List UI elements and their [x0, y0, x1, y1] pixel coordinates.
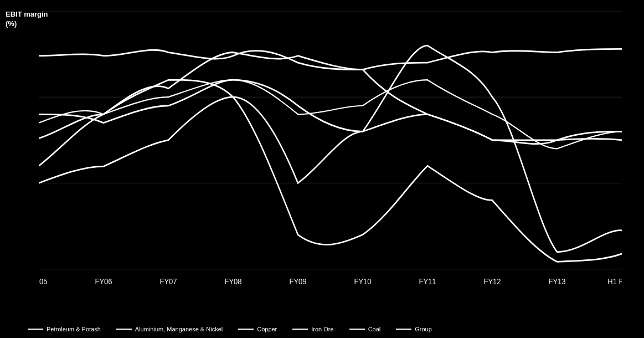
legend-petroleum-line [28, 329, 43, 330]
chart-container: EBIT margin (%) 75 50 25 0 FY05 FY06 FY0… [0, 0, 644, 338]
legend-group-line [396, 329, 411, 330]
legend-coal: Coal [349, 326, 381, 332]
legend-copper-label: Copper [257, 326, 277, 332]
svg-text:H1 FY14: H1 FY14 [607, 278, 622, 286]
aluminium-line [39, 80, 622, 144]
svg-text:FY05: FY05 [39, 278, 48, 286]
svg-text:FY06: FY06 [95, 278, 112, 286]
svg-text:FY11: FY11 [419, 278, 436, 286]
legend-copper-line [238, 329, 254, 330]
legend-coal-label: Coal [368, 326, 381, 332]
copper-line [39, 53, 622, 140]
svg-text:FY10: FY10 [354, 278, 371, 286]
legend-aluminium: Aluminium, Manganese & Nickel [116, 326, 223, 332]
svg-text:FY07: FY07 [159, 278, 177, 286]
chart-area: 75 50 25 0 FY05 FY06 FY07 FY08 FY09 FY10… [39, 11, 622, 294]
iron-ore-line [39, 45, 622, 252]
svg-text:FY12: FY12 [483, 278, 501, 286]
legend-petroleum: Petroleum & Potash [28, 326, 101, 332]
legend-iron-ore-line [292, 329, 308, 330]
legend-copper: Copper [238, 326, 277, 332]
svg-text:FY09: FY09 [289, 278, 306, 286]
svg-text:FY08: FY08 [224, 278, 241, 286]
legend-aluminium-label: Aluminium, Manganese & Nickel [135, 326, 223, 332]
legend-coal-line [349, 329, 365, 330]
main-chart-svg: 75 50 25 0 FY05 FY06 FY07 FY08 FY09 FY10… [39, 11, 622, 294]
coal-line [39, 80, 622, 262]
legend-aluminium-line [116, 329, 132, 330]
legend-group: Group [396, 326, 432, 332]
svg-text:FY13: FY13 [548, 278, 565, 286]
petroleum-potash-line [39, 49, 622, 69]
legend-group-label: Group [415, 326, 432, 332]
legend-iron-ore-label: Iron Ore [311, 326, 333, 332]
chart-legend: Petroleum & Potash Aluminium, Manganese … [28, 326, 432, 332]
legend-iron-ore: Iron Ore [292, 326, 333, 332]
legend-petroleum-label: Petroleum & Potash [47, 326, 101, 332]
